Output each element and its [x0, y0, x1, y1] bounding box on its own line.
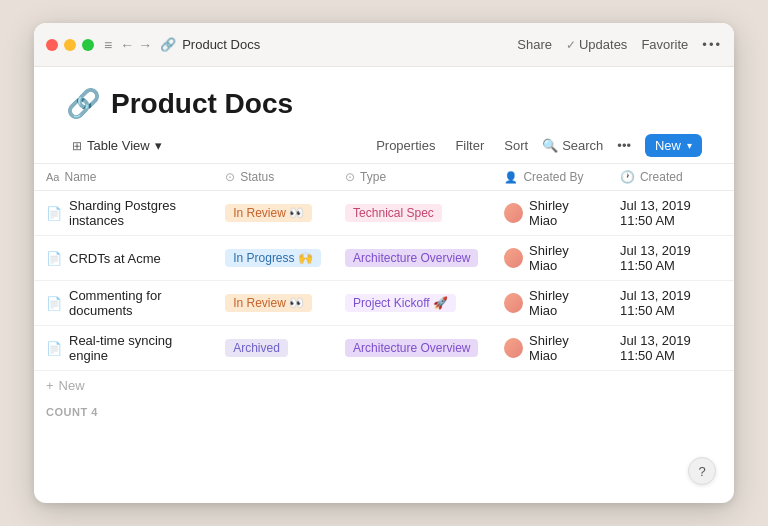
- page-title: 🔗 Product Docs: [66, 87, 702, 120]
- table-row[interactable]: 📄 Commenting for documents In Review 👀 P…: [34, 281, 734, 326]
- created-date: Jul 13, 2019 11:50 AM: [620, 243, 691, 273]
- more-button[interactable]: •••: [702, 37, 722, 52]
- status-badge: Archived: [225, 339, 288, 357]
- minimize-button[interactable]: [64, 39, 76, 51]
- document-icon: 📄: [46, 206, 62, 221]
- cell-created: Jul 13, 2019 11:50 AM: [608, 191, 734, 236]
- table-container: Aa Name ⊙ Status: [34, 164, 734, 503]
- cell-status: Archived: [213, 326, 333, 371]
- col-header-type: ⊙ Type: [333, 164, 492, 191]
- type-badge: Architecture Overview: [345, 249, 478, 267]
- avatar: [504, 203, 523, 223]
- avatar: [504, 293, 523, 313]
- filter-button[interactable]: Filter: [449, 135, 490, 156]
- cell-created: Jul 13, 2019 11:50 AM: [608, 281, 734, 326]
- count-row: COUNT 4: [34, 400, 734, 424]
- new-label: New: [655, 138, 681, 153]
- view-label: Table View: [87, 138, 150, 153]
- help-button[interactable]: ?: [688, 457, 716, 485]
- table-body: 📄 Sharding Postgres instances In Review …: [34, 191, 734, 371]
- cell-type: Project Kickoff 🚀: [333, 281, 492, 326]
- menu-icon[interactable]: ≡: [104, 37, 112, 53]
- check-icon: ✓: [566, 38, 576, 52]
- close-button[interactable]: [46, 39, 58, 51]
- page-header: 🔗 Product Docs: [34, 67, 734, 128]
- page-title-text: Product Docs: [111, 88, 293, 120]
- clock-col-icon: 🕐: [620, 170, 635, 184]
- status-badge: In Review 👀: [225, 204, 312, 222]
- col-header-status: ⊙ Status: [213, 164, 333, 191]
- created-date: Jul 13, 2019 11:50 AM: [620, 198, 691, 228]
- document-icon: 📄: [46, 251, 62, 266]
- nav-arrows: ← →: [120, 37, 152, 53]
- row-name: Commenting for documents: [69, 288, 201, 318]
- search-button[interactable]: 🔍 Search: [542, 138, 603, 153]
- person-icon: Aa: [46, 171, 59, 183]
- created-by-name: Shirley Miao: [529, 333, 596, 363]
- titlebar: ≡ ← → 🔗 Product Docs Share ✓ Updates Fav…: [34, 23, 734, 67]
- table-row[interactable]: 📄 Real-time syncing engine Archived Arch…: [34, 326, 734, 371]
- created-date: Jul 13, 2019 11:50 AM: [620, 333, 691, 363]
- cell-created-by: Shirley Miao: [492, 326, 608, 371]
- titlebar-actions: Share ✓ Updates Favorite •••: [517, 37, 722, 52]
- row-name: CRDTs at Acme: [69, 251, 161, 266]
- updates-button[interactable]: ✓ Updates: [566, 37, 627, 52]
- created-by-name: Shirley Miao: [529, 288, 596, 318]
- toolbar: ⊞ Table View ▾ Properties Filter Sort 🔍 …: [34, 128, 734, 164]
- document-icon: 📄: [46, 341, 62, 356]
- data-table: Aa Name ⊙ Status: [34, 164, 734, 371]
- created-by-name: Shirley Miao: [529, 243, 596, 273]
- cell-created: Jul 13, 2019 11:50 AM: [608, 326, 734, 371]
- table-icon: ⊞: [72, 139, 82, 153]
- cell-name: 📄 Commenting for documents: [34, 281, 213, 326]
- avatar: [504, 338, 523, 358]
- share-button[interactable]: Share: [517, 37, 552, 52]
- count-label: COUNT: [46, 406, 88, 418]
- forward-button[interactable]: →: [138, 37, 152, 53]
- titlebar-title-text: Product Docs: [182, 37, 260, 52]
- cell-name: 📄 Real-time syncing engine: [34, 326, 213, 371]
- add-new-row[interactable]: + New: [34, 371, 734, 400]
- type-col-icon: ⊙: [345, 170, 355, 184]
- sort-button[interactable]: Sort: [498, 135, 534, 156]
- type-badge: Technical Spec: [345, 204, 442, 222]
- status-col-icon: ⊙: [225, 170, 235, 184]
- back-button[interactable]: ←: [120, 37, 134, 53]
- cell-status: In Review 👀: [213, 281, 333, 326]
- page-title-icon: 🔗: [66, 87, 101, 120]
- status-badge: In Progress 🙌: [225, 249, 321, 267]
- view-toggle[interactable]: ⊞ Table View ▾: [66, 135, 168, 156]
- row-name: Real-time syncing engine: [69, 333, 201, 363]
- more-toolbar-button[interactable]: •••: [611, 135, 637, 156]
- type-badge: Architecture Overview: [345, 339, 478, 357]
- table-header-row: Aa Name ⊙ Status: [34, 164, 734, 191]
- chevron-down-icon: ▾: [687, 140, 692, 151]
- cell-status: In Progress 🙌: [213, 236, 333, 281]
- new-button[interactable]: New ▾: [645, 134, 702, 157]
- toolbar-actions: Properties Filter Sort 🔍 Search ••• New …: [370, 134, 702, 157]
- favorite-button[interactable]: Favorite: [641, 37, 688, 52]
- document-icon: 📄: [46, 296, 62, 311]
- row-name: Sharding Postgres instances: [69, 198, 201, 228]
- table-row[interactable]: 📄 CRDTs at Acme In Progress 🙌 Architectu…: [34, 236, 734, 281]
- add-new-label: New: [59, 378, 85, 393]
- updates-label: Updates: [579, 37, 627, 52]
- maximize-button[interactable]: [82, 39, 94, 51]
- plus-icon: +: [46, 378, 54, 393]
- cell-created-by: Shirley Miao: [492, 236, 608, 281]
- traffic-lights: [46, 39, 94, 51]
- cell-type: Architecture Overview: [333, 236, 492, 281]
- cell-name: 📄 Sharding Postgres instances: [34, 191, 213, 236]
- properties-button[interactable]: Properties: [370, 135, 441, 156]
- cell-type: Architecture Overview: [333, 326, 492, 371]
- type-badge: Project Kickoff 🚀: [345, 294, 456, 312]
- avatar: [504, 248, 523, 268]
- cell-created: Jul 13, 2019 11:50 AM: [608, 236, 734, 281]
- search-label: Search: [562, 138, 603, 153]
- col-header-created-by: 👤 Created By: [492, 164, 608, 191]
- page-icon: 🔗: [160, 37, 176, 52]
- cell-created-by: Shirley Miao: [492, 191, 608, 236]
- cell-name: 📄 CRDTs at Acme: [34, 236, 213, 281]
- count-value: 4: [91, 406, 98, 418]
- table-row[interactable]: 📄 Sharding Postgres instances In Review …: [34, 191, 734, 236]
